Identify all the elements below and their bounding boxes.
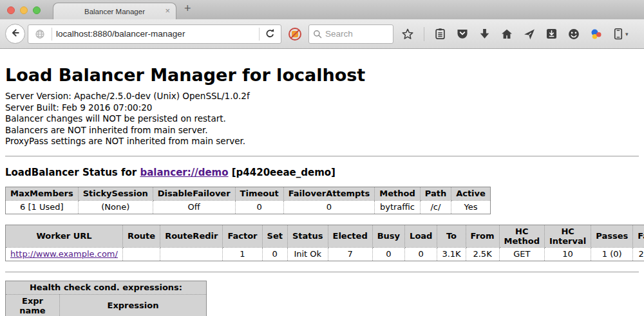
- tab-title: Balancer Manager: [84, 8, 145, 15]
- bookmark-star-icon[interactable]: [401, 28, 414, 41]
- cell-status: Init Ok: [287, 247, 328, 261]
- table-header-row: Expr name Expression: [6, 294, 207, 316]
- loadbalancer-status-heading: LoadBalancer Status for balancer://demo …: [5, 167, 639, 178]
- heading-prefix: LoadBalancer Status for: [5, 167, 140, 178]
- col-maxmembers: MaxMembers: [6, 187, 79, 200]
- cell-disablefailover: Off: [153, 200, 235, 214]
- cell-worker-url: http://www.example.com/: [6, 247, 123, 261]
- col-routeredir: RouteRedir: [160, 225, 223, 247]
- window-controls: [7, 6, 41, 14]
- col-method: Method: [375, 187, 420, 200]
- cell-factor: 1: [223, 247, 262, 261]
- cell-stickysession: (None): [78, 200, 153, 214]
- heading-suffix: [p4420eeae_demo]: [229, 167, 336, 178]
- browser-window: Balancer Manager × + localhost:8880/bala…: [0, 0, 644, 316]
- url-bar[interactable]: localhost:8880/balancer-manager: [28, 24, 281, 44]
- worker-table: Worker URL Route RouteRedir Factor Set S…: [5, 225, 644, 261]
- section-divider: [5, 156, 639, 157]
- cell-hc-method: GET: [499, 247, 544, 261]
- urlbar-separator: [52, 28, 52, 41]
- close-window-button[interactable]: [7, 6, 15, 14]
- cell-busy: 0: [372, 247, 404, 261]
- zoom-window-button[interactable]: [33, 6, 41, 14]
- server-built-line: Server Built: Feb 9 2016 07:00:20: [5, 102, 639, 114]
- col-expression: Expression: [60, 294, 207, 316]
- cell-active: Yes: [451, 200, 491, 214]
- download-panel-icon[interactable]: [545, 28, 558, 40]
- col-from: From: [466, 225, 499, 247]
- tab-balancer-manager[interactable]: Balancer Manager ×: [53, 3, 176, 19]
- server-version-line: Server Version: Apache/2.5.0-dev (Unix) …: [5, 91, 639, 102]
- cell-fails: 2 (0): [633, 247, 644, 261]
- cell-failoverattempts: 0: [283, 200, 375, 214]
- col-set: Set: [262, 225, 287, 247]
- sidebar-panel-icon[interactable]: ▾: [612, 28, 629, 41]
- cell-passes: 1 (0): [591, 247, 633, 261]
- col-elected: Elected: [328, 225, 372, 247]
- table-row: 6 [1 Used] (None) Off 0 0 bytraffic /c/ …: [6, 200, 491, 214]
- cell-route: [122, 247, 160, 261]
- col-load: Load: [405, 225, 437, 247]
- site-identity-globe-icon[interactable]: [35, 29, 45, 39]
- col-hc-method: HC Method: [499, 225, 544, 247]
- reading-list-icon[interactable]: [434, 28, 446, 40]
- back-button[interactable]: [5, 24, 25, 44]
- table-row: http://www.example.com/ 1 0 Init Ok 7 0 …: [6, 247, 644, 261]
- downloads-icon[interactable]: [478, 28, 491, 40]
- reload-icon[interactable]: [263, 28, 277, 39]
- balancers-notice-line: Balancers are NOT inherited from main se…: [5, 125, 639, 136]
- table-header-row: MaxMembers StickySession DisableFailover…: [6, 187, 491, 200]
- url-text[interactable]: localhost:8880/balancer-manager: [56, 29, 255, 39]
- table-header-row: Worker URL Route RouteRedir Factor Set S…: [6, 225, 644, 247]
- proxypass-notice-line: ProxyPass settings are NOT inherited fro…: [5, 136, 639, 147]
- chevron-down-icon: ▾: [625, 31, 629, 37]
- cell-load: 0: [405, 247, 437, 261]
- home-icon[interactable]: [500, 28, 513, 41]
- health-check-title: Health check cond. expressions:: [6, 281, 207, 294]
- cell-hc-interval: 10: [544, 247, 591, 261]
- toolbar-icons: ▾: [401, 27, 644, 41]
- col-factor: Factor: [223, 225, 262, 247]
- section-divider: [5, 272, 639, 273]
- col-route: Route: [122, 225, 160, 247]
- cell-set: 0: [262, 247, 287, 261]
- navigation-toolbar: localhost:8880/balancer-manager: [0, 19, 644, 49]
- col-to: To: [437, 225, 466, 247]
- cell-from: 2.5K: [466, 247, 499, 261]
- table-title-row: Health check cond. expressions:: [6, 281, 207, 294]
- cell-timeout: 0: [235, 200, 283, 214]
- plugin-blocked-icon[interactable]: [288, 27, 302, 41]
- minimize-window-button[interactable]: [20, 6, 28, 14]
- back-arrow-icon: [10, 28, 21, 41]
- cell-method: bytraffic: [375, 200, 420, 214]
- col-timeout: Timeout: [235, 187, 283, 200]
- col-active: Active: [451, 187, 491, 200]
- col-stickysession: StickySession: [78, 187, 153, 200]
- cell-elected: 7: [328, 247, 372, 261]
- tab-bar: Balancer Manager × +: [0, 0, 644, 19]
- new-tab-button[interactable]: +: [184, 2, 191, 15]
- cell-maxmembers: 6 [1 Used]: [6, 200, 79, 214]
- col-hc-interval: HC Interval: [544, 225, 591, 247]
- persist-notice-line: Balancer changes will NOT be persisted o…: [5, 113, 639, 125]
- cell-path: /c/: [420, 200, 451, 214]
- send-tab-icon[interactable]: [523, 28, 536, 41]
- pocket-icon[interactable]: [456, 28, 469, 41]
- balancer-demo-link[interactable]: balancer://demo: [140, 167, 228, 178]
- feedback-smiley-icon[interactable]: [567, 28, 580, 41]
- balancer-summary-table: MaxMembers StickySession DisableFailover…: [5, 187, 491, 214]
- search-bar[interactable]: [308, 24, 393, 44]
- col-path: Path: [420, 187, 451, 200]
- col-fails: Fails: [633, 225, 644, 247]
- cell-to: 3.1K: [437, 247, 466, 261]
- page-title: Load Balancer Manager for localhost: [5, 65, 639, 85]
- search-icon: [313, 30, 322, 39]
- colorful-addon-icon[interactable]: [590, 28, 603, 41]
- col-disablefailover: DisableFailover: [153, 187, 235, 200]
- col-failoverattempts: FailoverAttempts: [283, 187, 375, 200]
- tab-close-icon[interactable]: ×: [165, 6, 170, 15]
- worker-url-link[interactable]: http://www.example.com/: [10, 249, 118, 259]
- col-status: Status: [287, 225, 328, 247]
- page-content: Load Balancer Manager for localhost Serv…: [0, 65, 644, 316]
- search-input[interactable]: [325, 29, 383, 39]
